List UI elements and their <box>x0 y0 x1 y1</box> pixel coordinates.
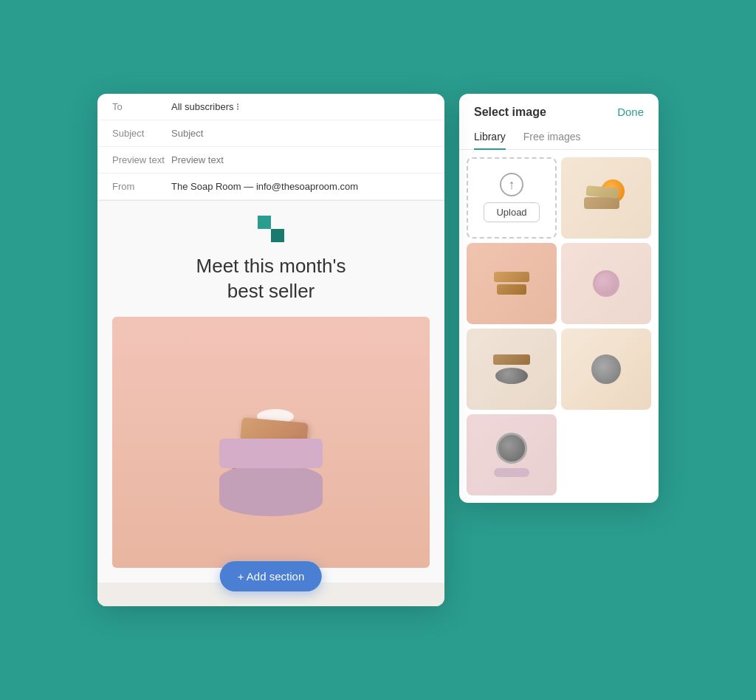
upload-cell[interactable]: ↑ Upload <box>467 157 557 239</box>
preview-field[interactable]: Preview text <box>97 147 444 174</box>
mini-soap-a <box>584 197 619 209</box>
email-header: To All subscribers ⁝ Subject Preview tex… <box>97 94 444 201</box>
image-grid: ↑ Upload <box>459 150 659 503</box>
image-cell-3-inner <box>561 243 651 324</box>
selector-tabs: Library Free images <box>459 119 659 150</box>
image-cell-2[interactable] <box>467 243 557 324</box>
image-cell-4-inner <box>467 329 557 410</box>
selector-title: Select image <box>474 106 546 119</box>
to-label: To <box>112 101 171 112</box>
preview-label: Preview text <box>112 154 171 165</box>
add-section-button[interactable]: + Add section <box>220 561 322 591</box>
image-cell-2-inner <box>467 243 557 324</box>
product-6 <box>494 433 529 477</box>
mini-tin <box>496 433 527 464</box>
email-product-image[interactable] <box>112 317 430 568</box>
compact-a <box>495 368 528 384</box>
preview-input[interactable] <box>171 154 430 165</box>
logo-square-2 <box>271 229 284 242</box>
image-cell-4[interactable] <box>467 329 557 410</box>
soap-product-scene <box>112 317 430 568</box>
mini-bar-1 <box>494 272 529 282</box>
product-2 <box>494 272 529 295</box>
selector-header: Select image Done <box>459 94 659 119</box>
upload-button[interactable]: Upload <box>484 202 539 222</box>
mini-soap-b <box>585 185 619 199</box>
tin-pedestal <box>494 468 529 477</box>
product-5 <box>591 354 621 384</box>
done-button[interactable]: Done <box>617 106 644 118</box>
email-logo <box>258 216 284 242</box>
image-cell-5-inner <box>561 329 651 410</box>
email-body: Meet this month's best seller <box>97 201 444 583</box>
bar-a <box>493 354 530 365</box>
image-cell-6-inner <box>467 414 557 495</box>
to-field[interactable]: To All subscribers ⁝ <box>97 94 444 120</box>
image-cell-7[interactable] <box>561 414 651 495</box>
email-editor-panel: To All subscribers ⁝ Subject Preview tex… <box>97 94 444 607</box>
tab-free-images[interactable]: Free images <box>523 125 581 150</box>
product-4 <box>493 354 530 384</box>
image-cell-5[interactable] <box>561 329 651 410</box>
upload-icon: ↑ <box>500 173 523 196</box>
from-label: From <box>112 181 171 192</box>
image-selector-panel: Select image Done Library Free images ↑ … <box>459 94 659 503</box>
email-headline: Meet this month's best seller <box>196 254 346 304</box>
from-value: The Soap Room — info@thesoaproom.com <box>171 181 358 192</box>
logo-squares <box>258 216 284 242</box>
image-cell-6[interactable] <box>467 414 557 495</box>
subject-field[interactable]: Subject <box>97 120 444 147</box>
subject-label: Subject <box>112 128 171 139</box>
soap-scene <box>182 346 360 538</box>
product-3 <box>593 270 619 297</box>
image-cell-1[interactable] <box>561 157 651 239</box>
product-1 <box>580 172 632 224</box>
to-value[interactable]: All subscribers ⁝ <box>171 101 239 112</box>
image-cell-3[interactable] <box>561 243 651 324</box>
from-field: From The Soap Room — info@thesoaproom.co… <box>97 174 444 200</box>
mini-bar-2 <box>497 284 526 295</box>
tab-library[interactable]: Library <box>474 125 506 150</box>
soap-pedestal <box>219 464 323 516</box>
main-container: To All subscribers ⁝ Subject Preview tex… <box>97 94 659 607</box>
image-cell-1-inner <box>561 157 651 239</box>
logo-square-1 <box>258 216 271 229</box>
image-cell-7-inner <box>561 414 651 495</box>
subject-input[interactable] <box>171 128 430 139</box>
